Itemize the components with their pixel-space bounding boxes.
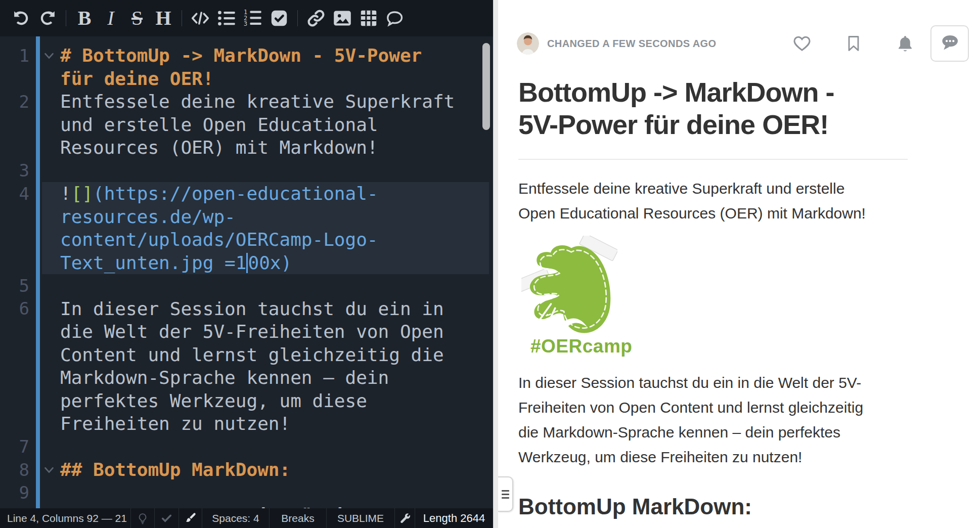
toolbar-ordered-list-button[interactable]: 123 xyxy=(240,5,265,31)
editor-statusbar: Line 4, Columns 92 — 21Spaces: 4BreaksSU… xyxy=(0,508,493,528)
code-line-text: für deine OER! xyxy=(60,68,213,89)
toolbar-check-list-button[interactable] xyxy=(266,5,292,31)
line-number: 9 xyxy=(0,482,29,503)
code-line-text: In dieser Session tauchst du ein in xyxy=(60,298,444,319)
undo-icon xyxy=(12,9,30,27)
bell-icon[interactable] xyxy=(895,34,915,53)
gutter-accent-bar xyxy=(36,36,40,508)
fold-chevron-icon[interactable] xyxy=(43,464,55,476)
editor-scrollbar[interactable] xyxy=(482,43,490,130)
line-number: 1 xyxy=(0,46,29,66)
toolbar-italic-button[interactable]: I xyxy=(98,5,123,31)
code-segment: [] xyxy=(71,183,93,204)
toolbar-strikethrough-button[interactable]: S xyxy=(124,5,150,31)
lightbulb-icon xyxy=(137,512,149,524)
code-segment: Markdown-Sprache kennen – dein xyxy=(60,367,389,388)
bookmark-icon[interactable] xyxy=(843,34,864,53)
editor-row[interactable]: content/uploads/OERCamp-Logo- xyxy=(0,228,493,251)
code-line-text: content/uploads/OERCamp-Logo- xyxy=(60,229,378,250)
toolbar-unordered-list-button[interactable] xyxy=(214,5,239,31)
preview-pane: CHANGED A FEW SECONDS AGO BottomUp -> Ma… xyxy=(498,0,980,528)
editor-row[interactable]: Resources (OER) mit Markdown! xyxy=(0,136,493,159)
editor-row[interactable]: Content und lernst gleichzeitig die xyxy=(0,343,493,367)
toolbar-undo-button[interactable] xyxy=(9,5,34,31)
editor-row[interactable]: 9 xyxy=(0,481,493,505)
code-segment: **Verwahren & Vervielfältigen** xyxy=(60,505,400,508)
code-line-text: ![](https://open-educational- xyxy=(60,183,378,204)
status-preferences[interactable] xyxy=(394,508,415,528)
editor-row[interactable]: die Welt der 5V-Freiheiten von Open xyxy=(0,320,493,343)
status-linebreak-setting[interactable]: Breaks xyxy=(269,508,326,528)
toolbar-code-button[interactable] xyxy=(188,5,213,31)
italic-icon: I xyxy=(107,8,114,28)
preview-header: CHANGED A FEW SECONDS AGO xyxy=(498,0,980,62)
preview-body: BottomUp -> MarkDown - 5V-Power für dein… xyxy=(518,60,908,528)
code-line-text: **Verwahren & Vervielfältigen** xyxy=(60,505,400,508)
editor-toolbar: BISH123 xyxy=(0,0,493,36)
code-segment: In dieser Session tauchst du ein in xyxy=(60,298,444,319)
editor-row[interactable]: resources.de/wp- xyxy=(0,205,493,229)
toolbar-table-button[interactable] xyxy=(356,5,381,31)
editor-row[interactable]: Markdown-Sprache kennen – dein xyxy=(0,366,493,389)
code-segment: (https://open-educational- xyxy=(93,183,378,204)
comment-dots-icon xyxy=(940,33,959,54)
status-keymap-setting[interactable]: SUBLIME xyxy=(326,508,394,528)
intro-paragraph: Entfessele deine kreative Superkraft und… xyxy=(518,176,908,226)
editor-row[interactable]: 8## BottomUp MarkDown: xyxy=(0,458,493,481)
link-icon xyxy=(307,9,325,27)
editor-row[interactable]: 1# BottomUp -> MarkDown - 5V-Power xyxy=(0,44,493,67)
code-segment: # BottomUp -> MarkDown - 5V-Power xyxy=(60,45,422,66)
preview-actions xyxy=(761,25,969,62)
editor-row[interactable]: perfektes Werkzeug, um diese xyxy=(0,389,493,413)
editor-row[interactable]: 4![](https://open-educational- xyxy=(0,182,493,205)
split-drag-handle[interactable] xyxy=(498,476,513,512)
status-spellcheck-toggle[interactable] xyxy=(154,508,179,528)
editor-row[interactable]: 2Entfessele deine kreative Superkraft xyxy=(0,90,493,113)
editor-row[interactable]: 6In dieser Session tauchst du ein in xyxy=(0,297,493,321)
unordered-list-icon xyxy=(217,9,236,27)
status-cursor-position: Line 4, Columns 92 — 21 xyxy=(0,508,130,528)
code-line-text: Entfessele deine kreative Superkraft xyxy=(60,91,455,112)
status-linter-toggle[interactable] xyxy=(179,508,202,528)
pane-divider[interactable] xyxy=(493,0,498,528)
heading-icon: H xyxy=(155,8,171,28)
heart-icon[interactable] xyxy=(792,34,812,53)
code-line-text: Markdown-Sprache kennen – dein xyxy=(60,367,389,388)
code-line-text: die Welt der 5V-Freiheiten von Open xyxy=(60,321,444,342)
code-line-text: Text_unten.jpg =100x) xyxy=(60,252,292,273)
editor-row[interactable]: und erstelle Open Educational xyxy=(0,113,493,137)
code-segment: Resources (OER) mit Markdown! xyxy=(60,137,378,158)
comments-button[interactable] xyxy=(930,25,969,62)
fold-chevron-icon[interactable] xyxy=(43,50,55,62)
last-changed-status: CHANGED A FEW SECONDS AGO xyxy=(547,38,716,50)
toolbar-comment-button[interactable] xyxy=(382,5,408,31)
image-icon xyxy=(333,9,352,27)
code-segment: perfektes Werkzeug, um diese xyxy=(60,390,367,411)
table-icon xyxy=(360,9,378,27)
check-icon xyxy=(160,512,173,524)
editor-row[interactable]: für deine OER! xyxy=(0,67,493,91)
line-number: 3 xyxy=(0,160,29,181)
editor-row[interactable]: 3 xyxy=(0,159,493,183)
editor-row[interactable]: Text_unten.jpg =100x) xyxy=(0,251,493,275)
editor-row[interactable]: Freiheiten zu nutzen! xyxy=(0,412,493,435)
editor-row[interactable]: 7 xyxy=(0,435,493,459)
toolbar-image-button[interactable] xyxy=(330,5,355,31)
status-night-mode-toggle[interactable] xyxy=(130,508,154,528)
toolbar-redo-button[interactable] xyxy=(35,5,60,31)
code-line-text: resources.de/wp- xyxy=(60,206,236,227)
code-editor[interactable]: 1# BottomUp -> MarkDown - 5V-Powerfür de… xyxy=(0,36,493,508)
editor-row[interactable]: 10**Verwahren & Vervielfältigen** xyxy=(0,504,493,508)
code-segment: Freiheiten zu nutzen! xyxy=(60,413,290,434)
editor-row[interactable]: 5 xyxy=(0,274,493,297)
code-line-text: Freiheiten zu nutzen! xyxy=(60,413,290,434)
code-segment: für deine OER! xyxy=(60,68,213,89)
code-segment: ! xyxy=(60,183,71,204)
status-indent-setting[interactable]: Spaces: 4 xyxy=(202,508,269,528)
toolbar-bold-button[interactable]: B xyxy=(72,5,97,31)
code-line-text: und erstelle Open Educational xyxy=(60,114,378,135)
avatar[interactable] xyxy=(517,32,539,55)
code-segment: Content und lernst gleichzeitig die xyxy=(60,344,444,365)
toolbar-heading-button[interactable]: H xyxy=(151,5,176,31)
toolbar-link-button[interactable] xyxy=(303,5,329,31)
